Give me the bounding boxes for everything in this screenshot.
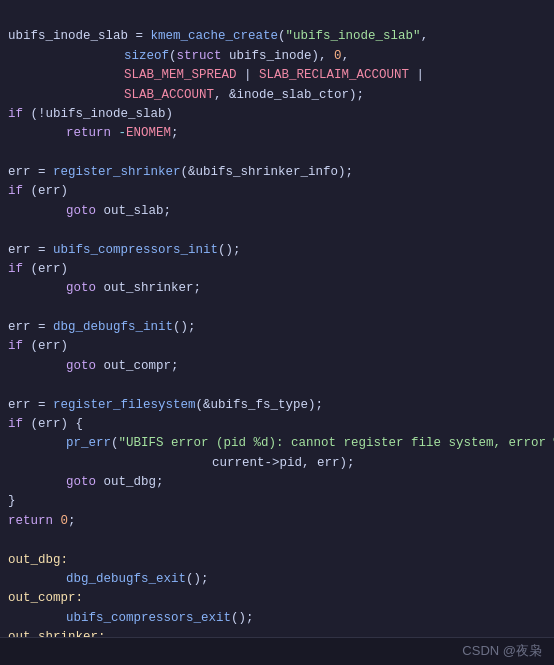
code-block: ubifs_inode_slab = kmem_cache_create("ub… [0, 0, 554, 665]
bottom-bar: CSDN @夜枭 [0, 637, 554, 665]
watermark: CSDN @夜枭 [462, 641, 542, 661]
